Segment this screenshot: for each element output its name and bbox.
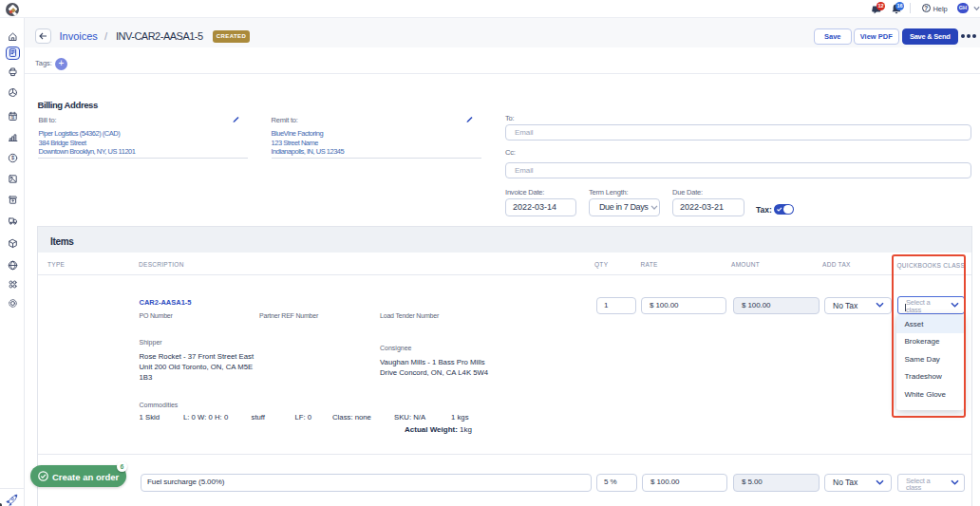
- svg-text:$: $: [11, 155, 14, 160]
- svg-text:11: 11: [11, 116, 15, 120]
